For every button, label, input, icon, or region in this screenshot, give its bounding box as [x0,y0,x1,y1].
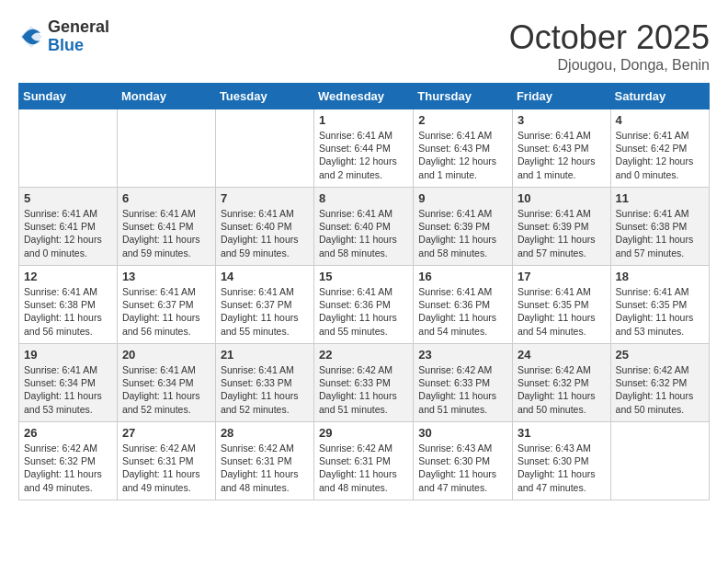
weekday-header-wednesday: Wednesday [314,84,414,109]
day-info-line: Sunrise: 6:41 AM [418,207,507,220]
calendar-cell: 5Sunrise: 6:41 AMSunset: 6:41 PMDaylight… [19,188,118,266]
day-info-line: Sunset: 6:33 PM [418,376,507,389]
day-info-line: Sunrise: 6:41 AM [616,285,704,298]
day-info-line: Sunrise: 6:41 AM [518,129,606,142]
day-info-line: Sunrise: 6:41 AM [24,285,112,298]
day-info-line: Daylight: 11 hours and 47 minutes. [518,467,606,493]
day-info-line: Daylight: 11 hours and 59 minutes. [221,233,309,259]
day-info: Sunrise: 6:42 AMSunset: 6:33 PMDaylight:… [319,363,408,416]
day-info: Sunrise: 6:41 AMSunset: 6:38 PMDaylight:… [616,207,704,259]
day-info-line: Daylight: 11 hours and 48 minutes. [319,467,408,493]
day-info-line: Sunrise: 6:42 AM [221,442,309,454]
day-number: 18 [616,270,704,283]
calendar-cell: 20Sunrise: 6:41 AMSunset: 6:34 PMDayligh… [117,344,215,422]
day-info-line: Daylight: 11 hours and 53 minutes. [616,311,704,337]
day-info-line: Daylight: 11 hours and 55 minutes. [319,311,408,337]
day-info-line: Daylight: 11 hours and 47 minutes. [418,467,507,493]
day-number: 13 [122,270,210,283]
day-info: Sunrise: 6:41 AMSunset: 6:36 PMDaylight:… [319,285,408,338]
day-number: 16 [418,270,507,283]
calendar-cell: 15Sunrise: 6:41 AMSunset: 6:36 PMDayligh… [314,266,414,344]
day-info: Sunrise: 6:42 AMSunset: 6:31 PMDaylight:… [122,442,210,494]
day-info-line: Sunset: 6:41 PM [122,220,210,233]
day-info: Sunrise: 6:42 AMSunset: 6:32 PMDaylight:… [518,363,606,416]
day-info-line: Sunset: 6:34 PM [122,376,210,389]
day-info-line: Sunrise: 6:43 AM [418,442,507,454]
day-number: 5 [24,191,112,205]
day-number: 30 [418,426,507,440]
calendar-cell: 30Sunrise: 6:43 AMSunset: 6:30 PMDayligh… [414,422,513,500]
day-info-line: Sunset: 6:37 PM [122,298,210,311]
day-info-line: Daylight: 11 hours and 57 minutes. [518,233,606,259]
day-info-line: Sunset: 6:35 PM [518,298,606,311]
page-header: General Blue October 2025 Djougou, Donga… [18,18,710,74]
day-info: Sunrise: 6:42 AMSunset: 6:33 PMDaylight:… [418,363,507,416]
weekday-header-thursday: Thursday [414,84,513,109]
day-info: Sunrise: 6:42 AMSunset: 6:31 PMDaylight:… [319,442,408,494]
day-info-line: Sunrise: 6:41 AM [616,207,704,220]
calendar-cell: 22Sunrise: 6:42 AMSunset: 6:33 PMDayligh… [314,344,414,422]
day-info-line: Sunrise: 6:41 AM [24,207,112,220]
calendar-cell: 21Sunrise: 6:41 AMSunset: 6:33 PMDayligh… [215,344,313,422]
day-info-line: Sunset: 6:32 PM [616,376,704,389]
calendar-cell: 14Sunrise: 6:41 AMSunset: 6:37 PMDayligh… [215,266,313,344]
day-info: Sunrise: 6:41 AMSunset: 6:44 PMDaylight:… [319,129,408,181]
day-info-line: Daylight: 11 hours and 57 minutes. [616,233,704,259]
calendar-cell: 1Sunrise: 6:41 AMSunset: 6:44 PMDaylight… [314,109,414,188]
day-info-line: Daylight: 11 hours and 48 minutes. [221,467,309,493]
day-info-line: Sunset: 6:33 PM [221,376,309,389]
day-number: 14 [221,270,309,283]
logo-icon [18,24,44,50]
day-info-line: Daylight: 11 hours and 49 minutes. [122,467,210,493]
day-number: 25 [616,348,704,362]
day-info-line: Daylight: 11 hours and 54 minutes. [418,311,507,337]
calendar-cell: 13Sunrise: 6:41 AMSunset: 6:37 PMDayligh… [117,266,215,344]
day-info-line: Sunrise: 6:42 AM [616,363,704,376]
day-info-line: Sunset: 6:40 PM [319,220,408,233]
day-info-line: Sunrise: 6:41 AM [221,285,309,298]
day-number: 1 [319,113,408,127]
day-info-line: Sunrise: 6:41 AM [221,363,309,376]
day-info-line: Sunset: 6:39 PM [418,220,507,233]
day-info-line: Sunrise: 6:41 AM [221,207,309,220]
day-info: Sunrise: 6:41 AMSunset: 6:33 PMDaylight:… [221,363,309,416]
calendar-cell [215,109,313,188]
day-number: 29 [319,426,408,440]
day-number: 31 [518,426,606,440]
day-info-line: Sunrise: 6:41 AM [418,129,507,142]
day-number: 28 [221,426,309,440]
day-info-line: Sunset: 6:35 PM [616,298,704,311]
calendar-cell: 24Sunrise: 6:42 AMSunset: 6:32 PMDayligh… [512,344,610,422]
day-info: Sunrise: 6:43 AMSunset: 6:30 PMDaylight:… [518,442,606,494]
day-info-line: Sunrise: 6:41 AM [518,207,606,220]
day-info-line: Sunrise: 6:41 AM [319,129,408,142]
day-info-line: Daylight: 11 hours and 51 minutes. [418,389,507,415]
day-info: Sunrise: 6:41 AMSunset: 6:39 PMDaylight:… [418,207,507,259]
day-info-line: Sunrise: 6:41 AM [122,285,210,298]
day-info-line: Sunset: 6:40 PM [221,220,309,233]
day-number: 9 [418,191,507,205]
week-row-4: 19Sunrise: 6:41 AMSunset: 6:34 PMDayligh… [19,344,710,422]
day-number: 3 [518,113,606,127]
day-info-line: Sunrise: 6:41 AM [122,363,210,376]
day-info-line: Daylight: 12 hours and 0 minutes. [616,155,704,180]
day-info-line: Daylight: 11 hours and 50 minutes. [616,389,704,415]
day-info-line: Sunset: 6:43 PM [518,142,606,155]
day-info-line: Daylight: 11 hours and 58 minutes. [418,233,507,259]
calendar-cell: 25Sunrise: 6:42 AMSunset: 6:32 PMDayligh… [610,344,709,422]
day-info: Sunrise: 6:41 AMSunset: 6:41 PMDaylight:… [24,207,112,259]
day-info: Sunrise: 6:43 AMSunset: 6:30 PMDaylight:… [418,442,507,494]
weekday-header-monday: Monday [117,84,215,109]
day-number: 26 [24,426,112,440]
calendar-cell: 11Sunrise: 6:41 AMSunset: 6:38 PMDayligh… [610,188,709,266]
day-info-line: Daylight: 12 hours and 1 minute. [418,155,507,180]
day-info-line: Daylight: 11 hours and 56 minutes. [122,311,210,337]
weekday-header-tuesday: Tuesday [215,84,313,109]
day-info: Sunrise: 6:41 AMSunset: 6:34 PMDaylight:… [122,363,210,416]
calendar-cell [117,109,215,188]
week-row-1: 1Sunrise: 6:41 AMSunset: 6:44 PMDaylight… [19,109,710,188]
calendar-cell [610,422,709,500]
day-info-line: Sunrise: 6:41 AM [418,285,507,298]
day-info-line: Daylight: 11 hours and 54 minutes. [518,311,606,337]
calendar-cell: 12Sunrise: 6:41 AMSunset: 6:38 PMDayligh… [19,266,118,344]
